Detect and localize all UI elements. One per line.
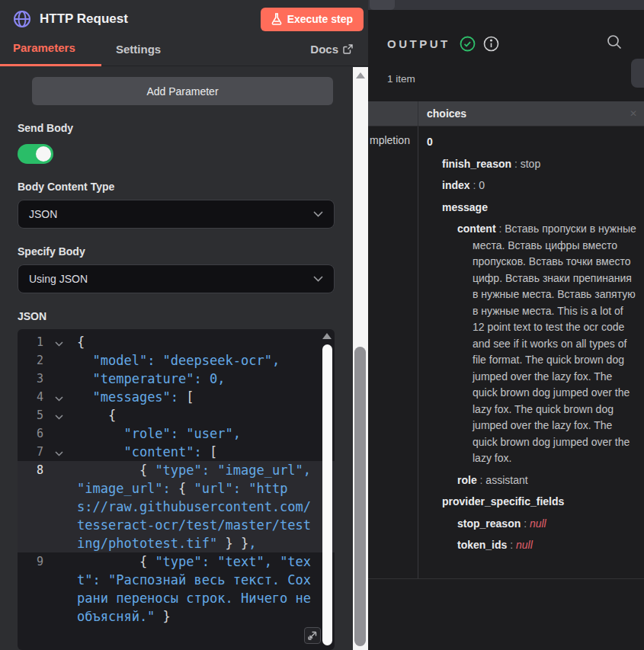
tree-key[interactable]: stop_reason [457,517,521,530]
parameters-form: Add Parameter Send Body Body Content Typ… [0,66,368,650]
info-icon[interactable] [483,36,499,52]
code-text: "temperature": 0, [77,370,335,388]
output-tree-leaf: stop_reason : null [418,516,636,533]
table-header-cell-clipped[interactable] [368,101,418,126]
editor-line[interactable]: 9 { "type": "text", "text": "Распознай в… [18,552,335,626]
tree-value: 0 [479,179,485,191]
send-body-label: Send Body [18,122,368,134]
send-body-toggle[interactable] [18,144,53,164]
expand-editor-icon [308,631,317,640]
table-cell-choices-tree: 0finish_reason : stopindex : 0messagecon… [418,126,644,578]
chevron-down-icon [313,211,323,217]
items-count: 1 item [387,73,415,85]
search-icon[interactable] [606,34,623,50]
chevron-down-icon [313,276,323,282]
output-table: choices ✕ mpletion 0finish_reason : stop… [368,101,644,579]
editor-line[interactable]: 3 "temperature": 0, [18,370,335,388]
specify-body-label: Specify Body [18,245,368,258]
table-cell-clipped-value: mpletion [368,126,418,578]
tree-key[interactable]: provider_specific_fields [442,495,564,508]
fold-chevron-icon[interactable] [55,396,63,402]
panel-scrollbar-thumb[interactable] [354,347,366,646]
tree-key[interactable]: role [457,474,477,486]
code-text: "messages": [ [77,388,335,406]
tree-key[interactable]: index [442,179,470,191]
panel-scrollbar[interactable] [353,67,368,650]
node-title: HTTP Request [40,11,261,27]
output-tree-leaf: content : Вставь пропуски в нужные места… [418,221,636,467]
tree-key[interactable]: message [442,201,488,213]
line-number: 2 [18,351,43,370]
scroll-up-arrow-icon[interactable] [356,72,365,78]
tab-docs[interactable]: Docs [310,43,353,66]
fold-chevron-icon[interactable] [55,451,63,456]
editor-line[interactable]: 8 { "type": "image_url", "image_url": { … [18,461,335,552]
output-panel: OUTPUT 1 item choices ✕ [368,0,644,650]
line-number: 6 [18,424,43,443]
output-tree-branch: message [418,200,636,216]
code-text: { "type": "image_url", "image_url": { "u… [77,461,335,552]
line-number: 5 [18,406,43,424]
fold-chevron-icon[interactable] [55,415,63,420]
body-content-type-label: Body Content Type [18,181,368,193]
line-number: 1 [18,333,43,351]
column-title: choices [427,107,466,120]
editor-line[interactable]: 7 "content": [ [18,443,335,461]
output-tree-branch: provider_specific_fields [418,494,636,511]
tree-key[interactable]: token_ids [457,539,507,551]
expand-editor-button[interactable] [304,627,321,644]
code-text: { [77,333,335,351]
tree-key[interactable]: 0 [427,136,433,148]
execute-step-button[interactable]: Execute step [261,8,364,31]
close-icon[interactable]: ✕ [630,108,637,119]
panel-drag-handle[interactable] [370,0,395,10]
fold-chevron-icon[interactable] [55,341,63,347]
code-text: "model": "deepseek-ocr", [77,351,335,370]
editor-line[interactable]: 4 "messages": [ [18,388,335,406]
json-code-editor[interactable]: 1{2 "model": "deepseek-ocr",3 "temperatu… [18,329,335,650]
table-header-row: choices ✕ [368,101,644,126]
node-tabs: Parameters Settings Docs [0,38,368,66]
tree-key[interactable]: finish_reason [442,158,511,170]
ndv-modal: HTTP Request Execute step Parameters Set… [0,0,644,650]
specify-body-select[interactable]: Using JSON [18,264,335,293]
tree-value: assistant [485,474,527,486]
line-number: 9 [18,552,43,626]
output-header: OUTPUT [368,30,644,56]
flask-icon [271,13,282,25]
select-value: JSON [29,208,57,220]
display-mode-toggle-partial[interactable] [631,59,644,88]
scroll-up-arrow-icon[interactable] [322,333,332,339]
globe-icon [13,10,31,28]
table-header-cell-choices[interactable]: choices ✕ [418,101,644,126]
select-value: Using JSON [29,273,88,285]
editor-line[interactable]: 6 "role": "user", [18,424,335,443]
editor-line[interactable]: 2 "model": "deepseek-ocr", [18,351,335,370]
body-content-type-select[interactable]: JSON [18,200,335,229]
tree-value: null [530,517,546,530]
line-number: 8 [18,461,43,552]
external-link-icon [343,44,353,54]
top-strip [368,0,644,10]
tree-value: null [516,539,533,551]
output-tree-leaf: finish_reason : stop [418,156,636,173]
toggle-knob [36,146,51,162]
table-row: mpletion 0finish_reason : stopindex : 0m… [368,126,644,579]
check-circle-icon [460,36,476,52]
tree-value: stop [521,158,540,170]
line-number: 7 [18,443,43,461]
tree-key[interactable]: content [457,223,496,235]
editor-scrollbar-thumb[interactable] [322,344,332,645]
tab-settings[interactable]: Settings [116,43,161,66]
add-parameter-button[interactable]: Add Parameter [32,77,333,105]
node-settings-panel: HTTP Request Execute step Parameters Set… [0,0,368,650]
editor-line[interactable]: 1{ [18,333,335,351]
output-tree-leaf: token_ids : null [418,537,636,554]
output-tree-branch: 0 [418,134,636,151]
output-title: OUTPUT [387,37,450,50]
editor-line[interactable]: 5 { [18,406,335,424]
code-text: { "type": "text", "text": "Распознай вес… [77,552,335,626]
tab-parameters[interactable]: Parameters [0,41,101,66]
line-number: 4 [18,388,43,406]
output-tree-leaf: role : assistant [418,472,636,489]
